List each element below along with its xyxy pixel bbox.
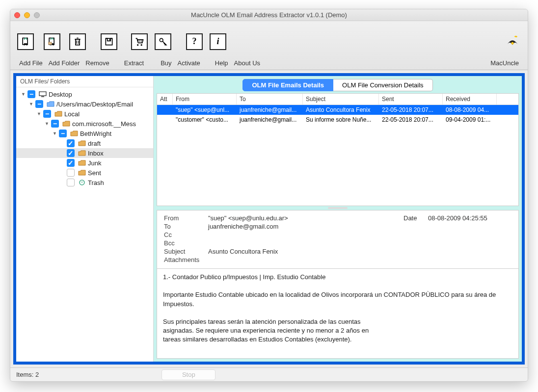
cell-from: "suep" <suep@unl... xyxy=(173,105,237,114)
app-window: MacUncle OLM Email Address Extractor v1.… xyxy=(10,9,528,382)
body-text: 1.- Contador Publico p/Impuestos | Imp. … xyxy=(163,273,512,282)
email-body: 1.- Contador Publico p/Impuestos | Imp. … xyxy=(157,269,519,359)
col-subject[interactable]: Subject xyxy=(303,94,379,105)
tree-label: Local xyxy=(64,110,80,118)
checkbox-empty[interactable] xyxy=(67,179,75,186)
folder-icon xyxy=(78,170,86,176)
tree-label: com.microsoft.__Mess xyxy=(72,120,136,128)
checkbox-checked[interactable]: ✓ xyxy=(67,139,75,147)
folder-icon xyxy=(62,121,70,127)
checkbox-checked[interactable]: ✓ xyxy=(67,149,75,157)
bcc-value xyxy=(208,239,511,247)
disclosure-arrow-icon[interactable]: ▼ xyxy=(29,102,34,106)
to-label: To xyxy=(164,223,208,230)
brand-label: MacUncle xyxy=(487,59,522,67)
body-text: Importante Estudio Contable ubicado en l… xyxy=(163,290,512,308)
cell-from: "customer" <custo... xyxy=(173,115,237,124)
col-to[interactable]: To xyxy=(237,94,303,105)
tree-node-sent[interactable]: Sent xyxy=(16,168,153,178)
email-table: Att From To Subject Sent Received "suep"… xyxy=(157,93,519,206)
cell-to: juanfreniche@gmail... xyxy=(237,105,303,114)
tree-label: BethWright xyxy=(80,130,111,137)
body-text: tareas similares desarrolladas en Estudi… xyxy=(163,335,512,344)
col-att[interactable]: Att xyxy=(157,94,173,105)
attachments-value xyxy=(208,256,511,263)
svg-point-10 xyxy=(141,44,142,46)
checkbox-mixed[interactable]: − xyxy=(43,110,51,118)
checkbox-checked[interactable]: ✓ xyxy=(67,159,75,167)
activate-icon[interactable] xyxy=(155,33,171,50)
tree-node-local[interactable]: ▼ − Local xyxy=(16,109,153,119)
cell-sent: 22-05-2018 20:07... xyxy=(379,115,443,124)
body-text: asignadas. Se requiere una experiencia r… xyxy=(163,326,512,335)
col-received[interactable]: Received xyxy=(443,94,497,105)
item-count: Items: 2 xyxy=(16,371,39,378)
tree-label: Sent xyxy=(88,169,101,177)
close-window-button[interactable] xyxy=(14,12,20,18)
tree-label: /Users/imac/Desktop/Email xyxy=(56,101,133,108)
checkbox-mixed[interactable]: − xyxy=(27,90,35,98)
tree-node-junk[interactable]: ✓ Junk xyxy=(16,158,153,168)
date-label: Date xyxy=(404,214,428,222)
table-row[interactable]: "suep" <suep@unl... juanfreniche@gmail..… xyxy=(157,105,518,115)
tab-emails[interactable]: OLM File Emails Details xyxy=(242,79,333,91)
cell-received: 09-04-2009 01:... xyxy=(443,115,497,124)
extract-button[interactable]: Extract xyxy=(121,59,147,67)
date-value: 08-08-2009 04:25:55 xyxy=(428,214,511,222)
checkbox-mixed[interactable]: − xyxy=(51,120,59,128)
from-value: "suep" <suep@unlu.edu.ar> xyxy=(208,214,404,222)
sidebar-header: OLM Files/ Folders xyxy=(16,76,153,87)
tree-node-inbox[interactable]: ✓ Inbox xyxy=(16,148,153,158)
disclosure-arrow-icon[interactable]: ▼ xyxy=(37,111,42,116)
tree-label: Inbox xyxy=(88,150,104,157)
checkbox-mixed[interactable]: − xyxy=(59,130,67,137)
tree-node-trash[interactable]: Trash xyxy=(16,178,153,187)
add-file-icon[interactable] xyxy=(17,33,34,50)
tab-conversion[interactable]: OLM File Conversion Details xyxy=(333,79,432,91)
extract-icon[interactable] xyxy=(101,33,117,50)
help-button[interactable]: Help xyxy=(212,59,231,67)
desktop-icon xyxy=(39,91,47,97)
disclosure-arrow-icon[interactable]: ▼ xyxy=(45,121,50,126)
checkbox-mixed[interactable]: − xyxy=(35,100,43,108)
tree-node-path[interactable]: ▼ − /Users/imac/Desktop/Email xyxy=(16,99,153,109)
sidebar: OLM Files/ Folders ▼ − Desktop ▼ − /User… xyxy=(16,76,154,362)
stop-button[interactable]: Stop xyxy=(161,369,215,380)
remove-button[interactable]: Remove xyxy=(82,59,112,67)
email-detail-header: From "suep" <suep@unlu.edu.ar> Date 08-0… xyxy=(157,210,519,269)
checkbox-empty[interactable] xyxy=(67,169,75,177)
attachments-label: Attachments xyxy=(164,256,208,263)
content-pane: OLM File Emails Details OLM File Convers… xyxy=(154,76,522,362)
remove-icon[interactable] xyxy=(69,33,86,50)
tree-node-draft[interactable]: ✓ draft xyxy=(16,138,153,148)
disclosure-arrow-icon[interactable]: ▼ xyxy=(53,131,57,136)
add-folder-icon[interactable] xyxy=(44,33,60,50)
minimize-window-button[interactable] xyxy=(24,12,30,18)
folder-icon xyxy=(78,140,86,146)
subject-label: Subject xyxy=(164,248,208,255)
add-folder-button[interactable]: Add Folder xyxy=(46,59,83,67)
svg-point-14 xyxy=(160,38,163,42)
col-sent[interactable]: Sent xyxy=(379,94,443,105)
splitter[interactable] xyxy=(157,206,519,210)
col-from[interactable]: From xyxy=(173,94,237,105)
tab-bar: OLM File Emails Details OLM File Convers… xyxy=(157,79,519,91)
tree-node-beth[interactable]: ▼ − BethWright xyxy=(16,129,153,138)
add-file-button[interactable]: Add File xyxy=(16,59,46,67)
toolbar: ? i Add File Add Folder Remove Extract B… xyxy=(10,21,528,70)
tree-label: Trash xyxy=(88,179,104,186)
disclosure-arrow-icon[interactable]: ▼ xyxy=(21,92,26,97)
table-row[interactable]: "customer" <custo... juanfreniche@gmail.… xyxy=(157,115,518,125)
zoom-window-button[interactable] xyxy=(34,12,40,18)
activate-button[interactable]: Activate xyxy=(175,59,203,67)
about-icon[interactable]: i xyxy=(210,33,226,50)
svg-point-9 xyxy=(137,44,138,46)
tree-node-desktop[interactable]: ▼ − Desktop xyxy=(16,89,153,99)
tree-node-com-ms[interactable]: ▼ − com.microsoft.__Mess xyxy=(16,119,153,129)
main-area: OLM Files/ Folders ▼ − Desktop ▼ − /User… xyxy=(13,73,525,365)
folder-icon xyxy=(54,111,62,117)
buy-button[interactable]: Buy xyxy=(158,59,174,67)
buy-icon[interactable] xyxy=(131,33,148,50)
about-button[interactable]: About Us xyxy=(231,59,263,67)
help-icon[interactable]: ? xyxy=(186,33,203,50)
